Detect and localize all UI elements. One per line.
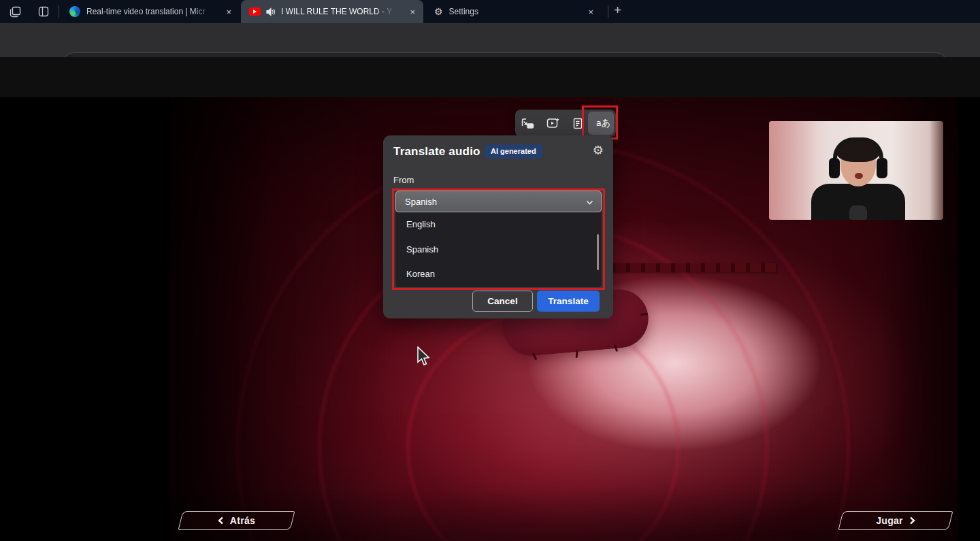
streamer-webcam-overlay — [769, 121, 943, 220]
mouse-cursor — [416, 346, 431, 370]
tab-title: Settings — [449, 7, 565, 16]
tab-realtime-translation[interactable]: Real-time video translation | Micr × — [63, 0, 238, 23]
video-enhance-icon[interactable] — [545, 115, 561, 131]
tab-close-icon[interactable]: × — [226, 7, 231, 16]
tab-close-icon[interactable]: × — [410, 7, 415, 16]
tab-actions-icon[interactable] — [37, 5, 50, 18]
tab-close-icon[interactable]: × — [588, 7, 593, 16]
youtube-header: YouTube IN × — [0, 57, 980, 97]
picture-in-picture-icon[interactable] — [520, 115, 536, 131]
tab-title: I WILL RULE THE WORLD - Y — [281, 7, 395, 16]
chevron-left-icon — [218, 517, 224, 525]
tab-divider — [59, 5, 59, 18]
new-tab-button[interactable]: + — [614, 3, 621, 18]
dialog-title: Translate audio — [393, 145, 480, 159]
chevron-right-icon — [909, 517, 915, 525]
annotation-box-translate-icon — [582, 105, 618, 140]
game-play-button[interactable]: Jugar — [840, 511, 951, 530]
settings-gear-icon: ⚙ — [434, 6, 443, 17]
game-back-button[interactable]: Atrás — [180, 511, 293, 530]
translate-audio-dialog: Translate audio AI generated ⚙ From Span… — [383, 135, 613, 318]
from-label: From — [393, 175, 414, 185]
workspaces-icon[interactable] — [8, 5, 22, 18]
translate-button[interactable]: Translate — [537, 291, 600, 312]
cancel-button[interactable]: Cancel — [472, 291, 533, 312]
streamer-microphone — [849, 206, 867, 220]
headphone-earcup — [877, 158, 887, 178]
browser-toolbar: ← https://www.youtube.com/watch?v=tICVZY… — [0, 23, 980, 57]
game-play-label: Jugar — [876, 515, 903, 526]
video-player-area[interactable]: aあ Translate audio AI generated ⚙ From S… — [0, 97, 980, 541]
tab-settings[interactable]: ⚙ Settings × — [426, 0, 602, 23]
edge-icon — [69, 6, 80, 17]
game-back-label: Atrás — [230, 515, 255, 526]
tab-divider — [608, 5, 608, 18]
tab-audio-icon[interactable] — [266, 7, 276, 16]
tab-bar: Real-time video translation | Micr × I W… — [0, 0, 980, 23]
tab-title: Real-time video translation | Micr — [86, 7, 216, 16]
dialog-settings-gear-icon[interactable]: ⚙ — [593, 143, 604, 157]
tab-youtube-video[interactable]: I WILL RULE THE WORLD - Y × — [241, 0, 423, 23]
annotation-box-dropdown — [392, 188, 605, 290]
browser-window: Real-time video translation | Micr × I W… — [0, 0, 980, 541]
streamer-mouth — [855, 173, 863, 179]
headphone-earcup — [829, 158, 840, 178]
youtube-favicon — [249, 7, 261, 16]
ai-generated-badge: AI generated — [485, 144, 542, 159]
